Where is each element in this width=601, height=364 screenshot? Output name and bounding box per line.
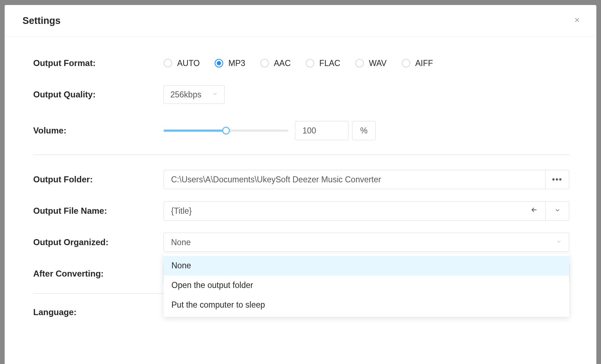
file-name-options-button[interactable] <box>546 201 569 221</box>
chevron-down-icon <box>212 91 218 98</box>
label-language: Language: <box>33 307 164 317</box>
settings-modal: Settings Output Format: AUTOMP3AACFLACWA… <box>5 5 596 364</box>
arrow-left-icon <box>530 206 538 216</box>
output-file-name-input[interactable]: {Title} <box>164 201 546 221</box>
output-folder-input[interactable]: C:\Users\A\Documents\UkeySoft Deezer Mus… <box>164 170 546 189</box>
divider <box>33 155 569 155</box>
ellipsis-icon: ••• <box>552 176 562 183</box>
radio-option-aiff[interactable]: AIFF <box>402 59 433 68</box>
radio-option-mp3[interactable]: MP3 <box>215 59 245 68</box>
radio-icon <box>402 59 410 67</box>
label-output-quality: Output Quality: <box>33 90 164 100</box>
close-icon <box>574 16 581 25</box>
output-quality-value: 256kbps <box>170 90 201 100</box>
chevron-down-icon <box>554 207 561 215</box>
output-format-radio-group: AUTOMP3AACFLACWAVAIFF <box>164 59 433 68</box>
radio-option-flac[interactable]: FLAC <box>306 59 340 68</box>
modal-title: Settings <box>22 15 61 26</box>
volume-slider-fill <box>164 130 226 132</box>
output-organized-select[interactable]: None <box>164 233 569 252</box>
row-output-folder: Output Folder: C:\Users\A\Documents\Ukey… <box>33 170 569 189</box>
output-file-name-value: {Title} <box>171 206 192 216</box>
label-output-folder: Output Folder: <box>33 175 164 184</box>
output-folder-value: C:\Users\A\Documents\UkeySoft Deezer Mus… <box>171 175 381 184</box>
row-output-quality: Output Quality: 256kbps <box>33 85 569 104</box>
radio-option-aac[interactable]: AAC <box>260 59 291 68</box>
row-output-format: Output Format: AUTOMP3AACFLACWAVAIFF <box>33 58 569 68</box>
label-output-format: Output Format: <box>33 58 164 68</box>
radio-label: AUTO <box>177 59 200 68</box>
radio-label: AAC <box>274 59 291 68</box>
label-output-file-name: Output File Name: <box>33 206 164 216</box>
label-output-organized: Output Organized: <box>33 237 164 247</box>
chevron-down-icon <box>556 239 562 246</box>
radio-icon <box>306 59 314 67</box>
radio-label: AIFF <box>415 59 433 68</box>
label-volume: Volume: <box>33 126 164 136</box>
radio-icon <box>164 59 172 67</box>
dropdown-option[interactable]: None <box>164 256 569 275</box>
modal-body: Output Format: AUTOMP3AACFLACWAVAIFF Out… <box>5 37 596 317</box>
radio-icon <box>355 59 364 67</box>
row-output-file-name: Output File Name: {Title} <box>33 201 569 221</box>
label-after-converting: After Converting: <box>33 269 164 279</box>
modal-header: Settings <box>5 5 596 37</box>
radio-label: FLAC <box>319 59 340 68</box>
volume-value: 100 <box>302 126 316 136</box>
radio-option-auto[interactable]: AUTO <box>164 59 200 68</box>
row-output-organized: Output Organized: None <box>33 233 569 252</box>
row-volume: Volume: 100 % <box>33 121 569 140</box>
volume-unit: % <box>352 121 376 140</box>
browse-folder-button[interactable]: ••• <box>546 170 569 189</box>
volume-slider-thumb[interactable] <box>222 127 230 135</box>
after-converting-dropdown: NoneOpen the output folderPut the comput… <box>164 254 569 317</box>
volume-input[interactable]: 100 <box>295 121 349 140</box>
volume-slider[interactable] <box>164 130 289 132</box>
volume-controls: 100 % <box>164 121 376 140</box>
dropdown-option[interactable]: Put the computer to sleep <box>164 295 569 315</box>
radio-label: WAV <box>369 59 387 68</box>
dropdown-option[interactable]: Open the output folder <box>164 275 569 295</box>
output-folder-field: C:\Users\A\Documents\UkeySoft Deezer Mus… <box>164 170 569 189</box>
radio-icon <box>260 59 269 67</box>
output-organized-value: None <box>171 238 556 247</box>
radio-option-wav[interactable]: WAV <box>355 59 387 68</box>
output-quality-select[interactable]: 256kbps <box>164 85 225 104</box>
radio-icon <box>215 59 223 67</box>
output-file-name-field: {Title} <box>164 201 569 221</box>
close-button[interactable] <box>571 14 584 27</box>
radio-label: MP3 <box>228 59 245 68</box>
